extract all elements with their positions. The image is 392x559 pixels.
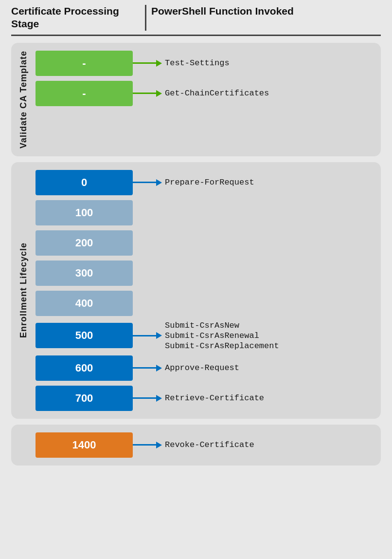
function-name: Revoke-Certificate [165, 440, 254, 449]
table-header: Certificate Processing Stage PowerShell … [11, 5, 381, 36]
col-header-function: PowerShell Function Invoked [151, 5, 381, 31]
function-name: Submit-CsrAsReplacement [165, 341, 279, 351]
arrow-enroll-500 [133, 332, 162, 339]
col-header-stage: Certificate Processing Stage [11, 5, 140, 31]
arrow-line-enroll-600 [133, 367, 156, 369]
arrow-line-enroll-500 [133, 335, 156, 336]
stage-box-enroll-200: 200 [36, 230, 133, 256]
stage-row-enroll-200: 200 [36, 230, 373, 256]
header-stage-label: Certificate Processing Stage [11, 5, 119, 29]
section-label-wrapper-validate: Validate CA Template [11, 51, 36, 149]
stage-box-enroll-0: 0 [36, 170, 133, 195]
section-revoke: 1400Revoke-Certificate [11, 425, 381, 466]
stage-box-enroll-500: 500 [36, 323, 133, 348]
stage-row-validate-row2: -Get-ChainCertificates [36, 81, 373, 106]
arrow-revoke-1400 [133, 442, 162, 448]
arrow-line-enroll-0 [133, 182, 156, 183]
function-name: Approve-Request [165, 363, 239, 373]
arrow-head-enroll-500 [156, 332, 162, 339]
header-function-label: PowerShell Function Invoked [151, 5, 294, 17]
arrow-head-revoke-1400 [156, 442, 162, 448]
stage-box-revoke-1400: 1400 [36, 432, 133, 458]
function-text-enroll-600: Approve-Request [162, 363, 239, 373]
function-name: Get-ChainCertificates [165, 89, 269, 98]
stage-box-validate-row1: - [36, 51, 133, 76]
arrow-enroll-0 [133, 179, 162, 186]
stage-row-enroll-600: 600Approve-Request [36, 355, 373, 381]
function-text-enroll-700: Retrieve-Certificate [162, 393, 264, 403]
arrow-enroll-700 [133, 395, 162, 402]
function-name: Retrieve-Certificate [165, 393, 264, 403]
arrow-enroll-600 [133, 365, 162, 372]
header-divider [145, 5, 146, 31]
arrow-line-revoke-1400 [133, 444, 156, 446]
stage-box-enroll-400: 400 [36, 291, 133, 316]
stage-row-enroll-100: 100 [36, 200, 373, 225]
section-label-wrapper-enrollment: Enrollment Lifecycle [11, 170, 36, 411]
stage-row-enroll-0: 0Prepare-ForRequest [36, 170, 373, 195]
stage-row-validate-row1: -Test-Settings [36, 51, 373, 76]
section-label-enrollment: Enrollment Lifecycle [18, 242, 29, 338]
arrow-line-enroll-700 [133, 397, 156, 399]
function-text-validate-row2: Get-ChainCertificates [162, 89, 269, 98]
stage-row-enroll-700: 700Retrieve-Certificate [36, 386, 373, 411]
section-label-wrapper-revoke [11, 432, 36, 458]
arrow-head-validate-row2 [156, 90, 162, 97]
stage-row-revoke-1400: 1400Revoke-Certificate [36, 432, 373, 458]
stage-box-enroll-100: 100 [36, 200, 133, 225]
function-name: Submit-CsrAsRenewal [165, 331, 279, 340]
function-name: Test-Settings [165, 58, 230, 68]
stage-box-validate-row2: - [36, 81, 133, 106]
page-wrapper: Certificate Processing Stage PowerShell … [11, 0, 381, 476]
function-text-revoke-1400: Revoke-Certificate [162, 440, 254, 449]
function-text-enroll-500: Submit-CsrAsNewSubmit-CsrAsRenewalSubmit… [162, 321, 279, 351]
arrow-line-validate-row1 [133, 62, 156, 64]
arrow-head-enroll-700 [156, 395, 162, 402]
stage-box-enroll-300: 300 [36, 261, 133, 286]
function-text-enroll-0: Prepare-ForRequest [162, 178, 254, 187]
stage-box-enroll-700: 700 [36, 386, 133, 411]
sections-container: Validate CA Template-Test-Settings-Get-C… [11, 43, 381, 466]
function-name: Prepare-ForRequest [165, 178, 254, 187]
stage-row-enroll-400: 400 [36, 291, 373, 316]
arrow-head-enroll-0 [156, 179, 162, 186]
stage-row-enroll-300: 300 [36, 261, 373, 286]
section-rows-revoke: 1400Revoke-Certificate [36, 432, 373, 458]
function-text-validate-row1: Test-Settings [162, 58, 230, 68]
section-rows-enrollment: 0Prepare-ForRequest100200300400500Submit… [36, 170, 373, 411]
arrow-line-validate-row2 [133, 93, 156, 94]
section-label-validate: Validate CA Template [18, 51, 29, 149]
section-enrollment: Enrollment Lifecycle0Prepare-ForRequest1… [11, 162, 381, 419]
arrow-validate-row1 [133, 60, 162, 67]
section-rows-validate: -Test-Settings-Get-ChainCertificates [36, 51, 373, 149]
arrow-validate-row2 [133, 90, 162, 97]
stage-row-enroll-500: 500Submit-CsrAsNewSubmit-CsrAsRenewalSub… [36, 321, 373, 351]
section-validate: Validate CA Template-Test-Settings-Get-C… [11, 43, 381, 156]
arrow-head-validate-row1 [156, 60, 162, 67]
arrow-head-enroll-600 [156, 365, 162, 372]
stage-box-enroll-600: 600 [36, 355, 133, 381]
function-name: Submit-CsrAsNew [165, 321, 279, 330]
